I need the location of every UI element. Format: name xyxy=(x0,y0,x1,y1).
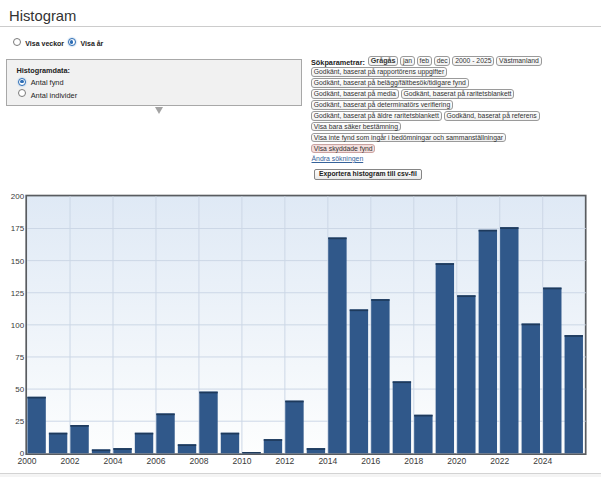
svg-text:50: 50 xyxy=(15,385,24,394)
svg-text:150: 150 xyxy=(11,257,25,266)
svg-text:100: 100 xyxy=(11,321,25,330)
svg-text:2002: 2002 xyxy=(61,456,80,466)
svg-text:2016: 2016 xyxy=(361,456,380,466)
svg-text:2022: 2022 xyxy=(490,456,509,466)
svg-text:2024: 2024 xyxy=(533,456,552,466)
svg-text:2000: 2000 xyxy=(18,456,37,466)
svg-text:200: 200 xyxy=(11,192,25,201)
svg-text:2008: 2008 xyxy=(189,456,208,466)
svg-text:2010: 2010 xyxy=(232,456,251,466)
svg-text:175: 175 xyxy=(11,224,25,233)
svg-text:75: 75 xyxy=(15,353,24,362)
svg-text:2006: 2006 xyxy=(147,456,166,466)
svg-text:25: 25 xyxy=(15,417,24,426)
svg-text:2018: 2018 xyxy=(404,456,423,466)
svg-text:2020: 2020 xyxy=(447,456,466,466)
svg-text:125: 125 xyxy=(11,289,25,298)
svg-text:2004: 2004 xyxy=(104,456,123,466)
svg-text:2012: 2012 xyxy=(275,456,294,466)
svg-text:2014: 2014 xyxy=(318,456,337,466)
